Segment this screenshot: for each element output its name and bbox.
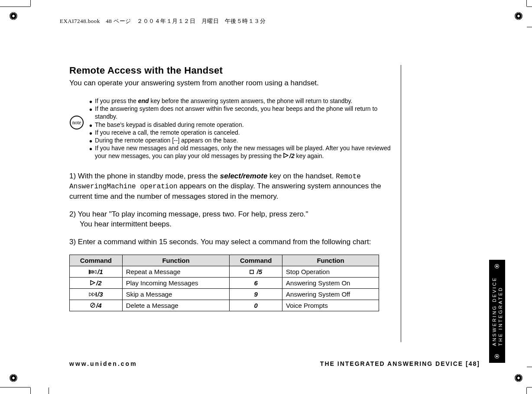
rewind-icon	[89, 269, 97, 275]
page-footer: www.uniden.com THE INTEGRATED ANSWERING …	[69, 360, 480, 367]
footer-url: www.uniden.com	[69, 360, 137, 367]
bullet-icon: •	[89, 146, 92, 152]
function-cell: Answering System On	[282, 278, 379, 289]
svg-line-12	[91, 304, 94, 307]
col-command: Command	[70, 255, 123, 266]
bullet-icon: •	[89, 130, 92, 136]
table-row: /1 Repeat a Message /5 Stop Operation	[70, 266, 379, 278]
function-cell: Repeat a Message	[122, 266, 230, 278]
crop-mark	[527, 6, 532, 7]
bullet-icon: •	[89, 99, 92, 105]
commands-table: Command Function Command Function /1 Rep…	[69, 255, 379, 311]
table-row: /4 Delete a Message 0 Voice Prompts	[70, 300, 379, 311]
col-function: Function	[282, 255, 379, 266]
function-cell: Answering System Off	[282, 289, 379, 300]
table-row: /3 Skip a Message 9 Answering System Off	[70, 289, 379, 300]
crop-mark	[30, 388, 31, 394]
command-cell: 0	[230, 300, 282, 311]
function-cell: Delete a Message	[122, 300, 230, 311]
page-title: Remote Access with the Handset	[69, 65, 399, 76]
stop-icon	[250, 269, 254, 275]
svg-rect-10	[96, 292, 97, 297]
note-text: If you have new messages and old message…	[95, 144, 399, 160]
note-text: If you press the end key before the answ…	[95, 97, 352, 105]
note-item: • The base's keypad is disabled during r…	[89, 121, 399, 129]
note-icon: note	[69, 115, 84, 130]
step-3: 3) Enter a command within 15 seconds. Yo…	[69, 237, 399, 247]
content-divider	[401, 65, 401, 342]
svg-marker-5	[90, 270, 93, 274]
function-cell: Voice Prompts	[282, 300, 379, 311]
function-cell: Skip a Message	[122, 289, 230, 300]
command-cell: 9	[230, 289, 282, 300]
note-item: • During the remote operation [--] appea…	[89, 136, 399, 144]
page-content: Remote Access with the Handset You can o…	[69, 65, 399, 311]
command-cell: /3	[70, 289, 123, 300]
print-header-line: EXAI7248.book 48 ページ ２００４年１月１２日 月曜日 午後５時…	[60, 17, 266, 25]
crop-mark	[0, 6, 30, 7]
svg-marker-3	[90, 270, 93, 274]
play-icon	[283, 153, 289, 158]
delete-icon	[90, 303, 95, 309]
crop-mark	[527, 367, 532, 367]
note-item: • If you have new messages and old messa…	[89, 144, 399, 160]
function-cell: Play Incoming Messages	[122, 278, 230, 289]
steps: 1) With the phone in standby mode, press…	[69, 171, 399, 247]
registration-mark-icon	[10, 374, 17, 382]
svg-marker-1	[284, 153, 288, 158]
intro-text: You can operate your answering system fr…	[69, 79, 399, 87]
decorative-dot-icon	[495, 264, 499, 268]
command-cell: /2	[70, 278, 123, 289]
command-cell: /4	[70, 300, 123, 311]
note-text: If the answering system does not answer …	[95, 105, 399, 120]
crop-mark	[526, 0, 527, 6]
decorative-dot-icon	[495, 354, 499, 358]
side-section-tab: ANSWERING DEVICE THE INTEGRATED	[489, 260, 505, 363]
command-cell: /5	[230, 266, 282, 278]
svg-rect-2	[89, 270, 90, 274]
step-1: 1) With the phone in standby mode, press…	[69, 171, 399, 202]
play-icon	[90, 280, 95, 287]
footer-section-page: THE INTEGRATED ANSWERING DEVICE [48]	[320, 360, 480, 367]
svg-marker-9	[92, 293, 95, 296]
crop-mark	[30, 0, 31, 6]
svg-rect-6	[250, 270, 253, 274]
note-text: If you receive a call, the remote operat…	[95, 129, 240, 136]
note-block: note • If you press the end key before t…	[69, 97, 399, 160]
registration-mark-icon	[515, 374, 522, 382]
registration-mark-icon	[10, 12, 17, 20]
col-function: Function	[122, 255, 230, 266]
registration-mark-icon	[515, 12, 522, 20]
crop-mark	[527, 27, 532, 27]
side-tab-label: ANSWERING DEVICE THE INTEGRATED	[491, 277, 503, 346]
crop-mark	[49, 388, 49, 394]
table-row: /2 Play Incoming Messages 6 Answering Sy…	[70, 278, 379, 289]
function-cell: Stop Operation	[282, 266, 379, 278]
svg-marker-8	[89, 293, 92, 296]
step-2: 2) You hear "To play incoming message, p…	[69, 210, 399, 229]
note-text: During the remote operation [--] appears…	[95, 136, 238, 144]
note-text: The base's keypad is disabled during rem…	[95, 121, 244, 129]
bullet-icon: •	[89, 138, 92, 144]
crop-mark	[0, 387, 30, 388]
bullet-icon: •	[89, 123, 92, 129]
bullet-icon: •	[89, 107, 92, 113]
svg-marker-4	[93, 270, 96, 274]
svg-marker-7	[91, 281, 95, 285]
note-item: • If you press the end key before the an…	[89, 97, 399, 105]
note-label: note	[72, 119, 81, 126]
table-header-row: Command Function Command Function	[70, 255, 379, 266]
note-item: • If the answering system does not answe…	[89, 105, 399, 120]
note-list: • If you press the end key before the an…	[89, 97, 399, 160]
crop-mark	[526, 388, 527, 394]
command-cell: 6	[230, 278, 282, 289]
command-cell: /1	[70, 266, 123, 278]
note-item: • If you receive a call, the remote oper…	[89, 129, 399, 136]
forward-icon	[89, 291, 97, 298]
crop-mark	[527, 387, 532, 388]
col-command: Command	[230, 255, 282, 266]
